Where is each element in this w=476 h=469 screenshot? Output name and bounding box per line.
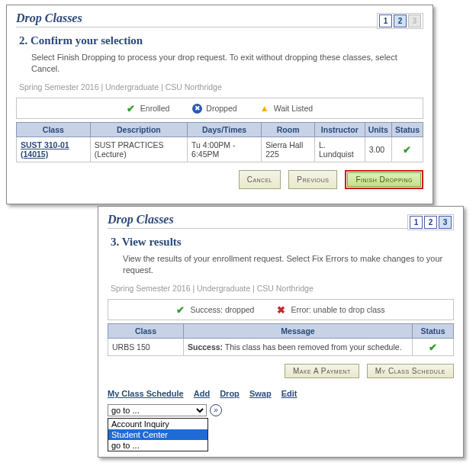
cell-class: URBS 150 (108, 338, 184, 355)
legend-waitlist: Wait Listed (260, 103, 314, 114)
cancel-button[interactable]: Cancel (239, 170, 281, 189)
table-header-row: Class Description Days/Times Room Instru… (17, 122, 423, 137)
goto-option-student-center[interactable]: Student Center (108, 429, 207, 440)
panel1-body: Select Finish Dropping to process your d… (31, 52, 416, 75)
go-arrow-icon[interactable]: » (210, 404, 222, 416)
my-class-schedule-button[interactable]: My Class Schedule (367, 364, 454, 378)
goto-option-goto[interactable]: go to ... (108, 440, 207, 451)
link-add[interactable]: Add (194, 389, 210, 398)
link-edit[interactable]: Edit (281, 389, 298, 398)
step-2: 2 (424, 216, 437, 229)
table-row: URBS 150 Success: This class has been re… (108, 338, 454, 355)
message-rest: This class has been removed from your sc… (225, 342, 402, 352)
make-payment-button[interactable]: Make A Payment (285, 364, 359, 378)
cell-status (391, 137, 423, 162)
legend-error: Error: unable to drop class (277, 304, 384, 315)
check-icon (176, 304, 187, 315)
step-2: 2 (394, 14, 407, 27)
term-line: Spring Semester 2016 | Undergraduate | C… (19, 82, 423, 92)
legend-dropped: Dropped (192, 103, 236, 114)
cell-message: Success: This class has been removed fro… (184, 338, 413, 355)
previous-button[interactable]: Previous (288, 170, 337, 189)
panel1-subtitle: 2. Confirm your selection (19, 34, 423, 47)
panel1-header: Drop Classes 1 2 3 (16, 11, 423, 28)
col-class: Class (108, 323, 184, 338)
panel2-header: Drop Classes 1 2 3 (108, 213, 454, 230)
col-status: Status (413, 323, 454, 338)
link-swap[interactable]: Swap (249, 389, 272, 398)
legend-bar-results: Success: dropped Error: unable to drop c… (108, 299, 454, 320)
error-icon (277, 304, 288, 315)
legend-error-label: Error: unable to drop class (291, 305, 384, 314)
table-row: SUST 310-01 (14015) SUST PRACTICES (Lect… (17, 137, 423, 162)
goto-wrap: go to ... » Account Inquiry Student Cent… (108, 404, 454, 416)
step-indicator: 1 2 3 (407, 214, 454, 230)
cell-class: SUST 310-01 (14015) (17, 137, 91, 162)
confirm-table: Class Description Days/Times Room Instru… (16, 122, 423, 162)
drop-classes-confirm-panel: Drop Classes 1 2 3 2. Confirm your selec… (6, 5, 433, 204)
dropped-icon (192, 103, 203, 114)
col-status: Status (391, 122, 423, 137)
step-3: 3 (439, 216, 452, 229)
link-drop[interactable]: Drop (220, 389, 240, 398)
cell-instructor: L. Lundquist (315, 137, 365, 162)
button-row: Make A Payment My Class Schedule (108, 364, 454, 378)
check-icon (428, 342, 439, 352)
legend-dropped-label: Dropped (206, 104, 236, 113)
term-line: Spring Semester 2016 | Undergraduate | C… (111, 284, 454, 293)
col-message: Message (184, 323, 413, 338)
button-row: Cancel Previous Finish Dropping (16, 170, 423, 189)
finish-highlight: Finish Dropping (345, 170, 423, 189)
goto-select[interactable]: go to ... (108, 404, 207, 416)
drop-classes-results-panel: Drop Classes 1 2 3 3. View results View … (98, 206, 464, 458)
legend-enrolled: Enrolled (127, 103, 170, 114)
message-strong: Success: (188, 342, 223, 352)
goto-listbox[interactable]: Account Inquiry Student Center go to ... (108, 418, 208, 451)
panel1-title: Drop Classes (16, 11, 423, 27)
class-link[interactable]: SUST 310-01 (14015) (21, 140, 69, 159)
check-icon (127, 103, 137, 114)
cell-status (413, 338, 454, 355)
goto-option-account-inquiry[interactable]: Account Inquiry (108, 419, 207, 429)
col-units: Units (365, 122, 391, 137)
col-instructor: Instructor (315, 122, 365, 137)
col-class: Class (17, 122, 91, 137)
results-table: Class Message Status URBS 150 Success: T… (108, 323, 454, 356)
nav-links: My Class Schedule Add Drop Swap Edit (108, 389, 454, 398)
col-description: Description (90, 122, 187, 137)
panel2-subtitle: 3. View results (111, 236, 454, 249)
legend-waitlist-label: Wait Listed (274, 104, 314, 113)
col-room: Room (262, 122, 315, 137)
step-3: 3 (408, 14, 421, 27)
cell-units: 3.00 (365, 137, 391, 162)
waitlist-icon (260, 103, 271, 114)
step-1: 1 (379, 14, 392, 27)
link-my-class-schedule[interactable]: My Class Schedule (108, 389, 184, 398)
check-icon (402, 144, 413, 155)
cell-daystimes: Tu 4:00PM - 6:45PM (188, 137, 262, 162)
panel2-title: Drop Classes (108, 213, 454, 229)
table-header-row: Class Message Status (108, 323, 454, 338)
panel2-body: View the results of your enrollment requ… (123, 253, 446, 276)
step-1: 1 (410, 216, 423, 229)
legend-success: Success: dropped (176, 304, 254, 315)
cell-description: SUST PRACTICES (Lecture) (90, 137, 187, 162)
col-daystimes: Days/Times (188, 122, 262, 137)
legend-enrolled-label: Enrolled (140, 104, 170, 113)
finish-dropping-button[interactable]: Finish Dropping (347, 172, 421, 187)
step-indicator: 1 2 3 (377, 13, 423, 29)
legend-success-label: Success: dropped (190, 305, 254, 314)
legend-bar: Enrolled Dropped Wait Listed (16, 98, 423, 119)
cell-room: Sierra Hall 225 (262, 137, 315, 162)
